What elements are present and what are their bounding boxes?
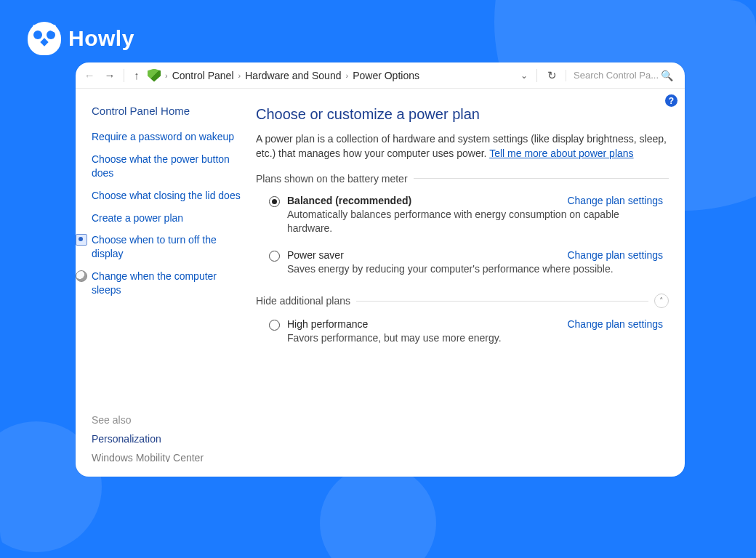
plan-name: High performance (287, 318, 368, 330)
plan-description: Automatically balances performance with … (287, 208, 629, 236)
page-title: Choose or customize a power plan (256, 106, 669, 123)
breadcrumb-item[interactable]: Control Panel (172, 70, 234, 81)
sidebar-link-power-button[interactable]: Choose what the power button does (92, 153, 243, 180)
change-plan-settings-link[interactable]: Change plan settings (567, 249, 663, 261)
plan-power-saver: Power saver Change plan settings Saves e… (256, 246, 669, 287)
moon-icon (76, 270, 87, 282)
plan-radio[interactable] (269, 320, 280, 331)
breadcrumb-item[interactable]: Hardware and Sound (245, 70, 341, 81)
plan-description: Favors performance, but may use more ene… (287, 331, 629, 346)
intro-text: A power plan is a collection of hardware… (256, 132, 669, 161)
plan-high-performance: High performance Change plan settings Fa… (256, 315, 669, 356)
collapse-button[interactable]: ˄ (654, 294, 669, 308)
separator (414, 178, 669, 179)
sidebar: Control Panel Home Require a password on… (76, 89, 252, 477)
change-plan-settings-link[interactable]: Change plan settings (567, 195, 663, 206)
main-content: Choose or customize a power plan A power… (252, 89, 685, 477)
change-plan-settings-link[interactable]: Change plan settings (567, 318, 663, 330)
see-also-mobility-center[interactable]: Windows Mobility Center (92, 452, 243, 462)
separator (124, 69, 124, 82)
section-label-text: Plans shown on the battery meter (256, 173, 408, 185)
plan-description: Saves energy by reducing your computer's… (287, 262, 629, 277)
control-panel-home-link[interactable]: Control Panel Home (92, 105, 243, 117)
address-dropdown-button[interactable]: ⌄ (518, 70, 531, 81)
section-label-text: Hide additional plans (256, 295, 350, 307)
section-battery-plans: Plans shown on the battery meter (256, 173, 669, 185)
address-toolbar: ← → ↑ › Control Panel › Hardware and Sou… (76, 62, 685, 89)
bg-decoration (320, 465, 436, 558)
see-also-personalization[interactable]: Personalization (92, 433, 243, 445)
plan-radio[interactable] (269, 251, 280, 262)
separator (356, 301, 648, 302)
power-options-icon (148, 69, 161, 82)
chevron-right-icon: › (345, 71, 348, 80)
control-panel-window: ← → ↑ › Control Panel › Hardware and Sou… (76, 62, 685, 477)
chevron-right-icon: › (238, 71, 241, 80)
plan-balanced: Balanced (recommended) Change plan setti… (256, 192, 669, 246)
brand-name: Howly (68, 26, 134, 51)
search-box: 🔍 (566, 70, 679, 81)
plan-name: Balanced (recommended) (287, 195, 411, 206)
breadcrumb-item[interactable]: Power Options (353, 70, 419, 81)
separator (536, 69, 537, 82)
help-button[interactable]: ? (665, 94, 677, 107)
plan-radio[interactable] (269, 196, 280, 207)
sidebar-link-turn-off-display[interactable]: Choose when to turn off the display (92, 233, 243, 261)
sidebar-link-password-wakeup[interactable]: Require a password on wakeup (92, 130, 243, 144)
howly-logo: Howly (28, 22, 134, 55)
breadcrumb: Control Panel › Hardware and Sound › Pow… (172, 70, 419, 81)
nav-up-button[interactable]: ↑ (130, 69, 143, 81)
sidebar-item-label: Choose when to turn off the display (92, 234, 217, 259)
sidebar-link-computer-sleeps[interactable]: Change when the computer sleeps (92, 270, 243, 297)
sidebar-link-lid-close[interactable]: Choose what closing the lid does (92, 189, 243, 203)
learn-more-link[interactable]: Tell me more about power plans (489, 147, 633, 159)
refresh-button[interactable]: ↻ (543, 69, 561, 82)
search-input[interactable] (574, 70, 661, 81)
nav-back-button[interactable]: ← (81, 69, 97, 81)
section-additional-plans: Hide additional plans ˄ (256, 294, 669, 308)
plan-name: Power saver (287, 249, 344, 261)
see-also-label: See also (92, 414, 243, 426)
monitor-icon (76, 234, 87, 246)
sidebar-item-label: Change when the computer sleeps (92, 270, 217, 296)
sidebar-link-create-plan[interactable]: Create a power plan (92, 211, 243, 225)
nav-forward-button[interactable]: → (102, 69, 118, 81)
search-icon[interactable]: 🔍 (661, 70, 673, 81)
chevron-right-icon: › (165, 71, 168, 80)
owl-icon (28, 22, 61, 55)
